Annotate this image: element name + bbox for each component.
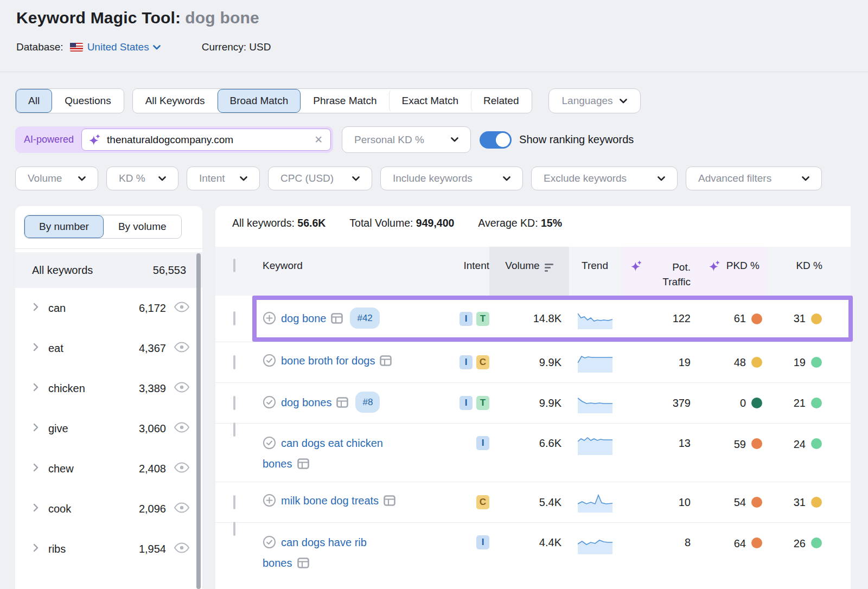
plus-circle-icon[interactable] bbox=[263, 311, 276, 330]
personal-kd-dropdown[interactable]: Personal KD % bbox=[342, 126, 471, 153]
sidebar-all-keywords[interactable]: All keywords 56,553 bbox=[15, 252, 202, 288]
chevron-right-icon[interactable] bbox=[33, 463, 39, 475]
row-checkbox[interactable] bbox=[233, 422, 235, 437]
eye-icon[interactable] bbox=[174, 462, 190, 475]
sidebar-item-give[interactable]: give3,060 bbox=[15, 408, 202, 449]
currency-text: Currency: USD bbox=[202, 41, 271, 53]
tab-broad-match[interactable]: Broad Match bbox=[218, 89, 301, 113]
col-pkd: PKD % bbox=[694, 247, 767, 296]
kd-value: 31 bbox=[794, 496, 806, 509]
chevron-right-icon[interactable] bbox=[33, 543, 39, 555]
row-checkbox[interactable] bbox=[233, 396, 235, 410]
chevron-right-icon[interactable] bbox=[33, 422, 39, 434]
filter-cpc[interactable]: CPC (USD) bbox=[268, 167, 372, 190]
filter-kd[interactable]: KD % bbox=[106, 167, 178, 190]
serp-features-icon[interactable] bbox=[380, 354, 392, 372]
eye-icon[interactable] bbox=[174, 302, 190, 315]
all-keywords-label: All keywords bbox=[32, 264, 93, 277]
filter-volume[interactable]: Volume bbox=[15, 167, 98, 190]
serp-features-icon[interactable] bbox=[384, 494, 395, 511]
eye-icon[interactable] bbox=[174, 542, 190, 555]
check-circle-icon[interactable] bbox=[263, 354, 276, 373]
personal-kd-label: Personal KD % bbox=[354, 134, 424, 146]
serp-features-icon[interactable] bbox=[297, 457, 309, 475]
eye-icon[interactable] bbox=[174, 502, 190, 515]
check-circle-icon[interactable] bbox=[263, 535, 276, 554]
clear-input-icon[interactable]: ✕ bbox=[313, 133, 324, 146]
sidebar-item-cook[interactable]: cook2,096 bbox=[15, 489, 202, 529]
sidebar-scrollbar[interactable] bbox=[196, 253, 201, 589]
table-row[interactable]: can dogs eat chickenbones I 6.6K 13 59 2… bbox=[215, 424, 851, 482]
keyword-link[interactable]: milk bone dog treats bbox=[281, 495, 379, 507]
filter-include-label: Include keywords bbox=[393, 172, 473, 184]
table-row[interactable]: milk bone dog treats C 5.4K 10 54 31 bbox=[215, 482, 851, 523]
sidebar-item-can[interactable]: can6,172 bbox=[15, 288, 202, 328]
keyword-link[interactable]: dog bones bbox=[281, 396, 331, 408]
tab-all-keywords[interactable]: All Keywords bbox=[133, 89, 218, 113]
eye-icon[interactable] bbox=[174, 382, 190, 395]
keyword-line2: bones bbox=[263, 557, 292, 569]
chevron-right-icon[interactable] bbox=[33, 503, 39, 515]
pkd-value: 54 bbox=[734, 496, 746, 509]
tab-exact-match[interactable]: Exact Match bbox=[389, 89, 471, 113]
show-ranking-keywords-toggle[interactable] bbox=[480, 131, 512, 149]
eye-icon[interactable] bbox=[174, 422, 190, 435]
table-row[interactable]: can dogs have ribbones I 4.4K 8 64 26 bbox=[215, 523, 851, 589]
table-row[interactable]: dog bone#42 IT 14.8K 122 61 31 bbox=[215, 296, 851, 342]
filter-include-keywords[interactable]: Include keywords bbox=[380, 167, 523, 190]
filter-exclude-keywords[interactable]: Exclude keywords bbox=[531, 167, 678, 190]
sidebar-item-ribs[interactable]: ribs1,954 bbox=[15, 529, 202, 569]
domain-input[interactable] bbox=[107, 134, 313, 146]
plus-circle-icon[interactable] bbox=[263, 494, 276, 513]
ai-search-row: AI-powered ✕ Personal KD % Show ranking … bbox=[15, 126, 634, 153]
sidebar-item-chew[interactable]: chew2,408 bbox=[15, 449, 202, 489]
chevron-right-icon[interactable] bbox=[33, 342, 39, 354]
kd-value: 26 bbox=[794, 537, 806, 550]
page-header: Keyword Magic Tool:dog bone Database: Un… bbox=[0, 0, 868, 72]
tab-all[interactable]: All bbox=[16, 89, 52, 113]
intent-badge-transactional: T bbox=[476, 312, 489, 326]
filter-advanced[interactable]: Advanced filters bbox=[686, 167, 822, 190]
summary-stats: All keywords: 56.6K Total Volume: 949,40… bbox=[232, 217, 586, 229]
chevron-right-icon[interactable] bbox=[33, 302, 39, 314]
serp-features-icon[interactable] bbox=[297, 556, 309, 574]
check-circle-icon[interactable] bbox=[263, 395, 276, 414]
kd-value: 19 bbox=[794, 356, 806, 369]
kd-dot bbox=[811, 313, 822, 324]
intent-badge-commercial: C bbox=[476, 355, 489, 369]
row-checkbox[interactable] bbox=[233, 311, 235, 325]
keyword-link[interactable]: can dogs have ribbones bbox=[263, 536, 367, 569]
pkd-value: 59 bbox=[734, 438, 746, 451]
filter-intent[interactable]: Intent bbox=[187, 167, 260, 190]
pot-traffic-value: 379 bbox=[621, 397, 694, 409]
tab-phrase-match[interactable]: Phrase Match bbox=[301, 89, 389, 113]
sidebar-item-eat[interactable]: eat4,367 bbox=[15, 328, 202, 368]
check-circle-icon[interactable] bbox=[263, 436, 276, 455]
stat-all-keywords-label: All keywords: bbox=[232, 217, 295, 229]
ranking-position-badge: #42 bbox=[350, 308, 379, 329]
keyword-link[interactable]: can dogs eat chickenbones bbox=[263, 437, 383, 470]
table-row[interactable]: dog bones#8 IT 9.9K 379 0 21 bbox=[215, 383, 851, 424]
database-selector[interactable]: United States bbox=[87, 41, 161, 53]
tab-by-volume[interactable]: By volume bbox=[104, 215, 181, 238]
tab-related[interactable]: Related bbox=[471, 89, 532, 113]
tab-by-number[interactable]: By number bbox=[24, 215, 104, 238]
keyword-link[interactable]: dog bone bbox=[281, 312, 326, 324]
languages-dropdown[interactable]: Languages bbox=[548, 88, 641, 113]
domain-input-box[interactable]: ✕ bbox=[81, 129, 331, 151]
col-volume[interactable]: Volume bbox=[489, 247, 569, 296]
row-checkbox[interactable] bbox=[233, 522, 235, 536]
row-checkbox[interactable] bbox=[233, 355, 235, 369]
tab-group-match-types: All Keywords Broad Match Phrase Match Ex… bbox=[132, 88, 532, 113]
chevron-right-icon[interactable] bbox=[33, 382, 39, 394]
keyword-link[interactable]: bone broth for dogs bbox=[281, 355, 375, 367]
table-row[interactable]: bone broth for dogs IC 9.9K 19 48 19 bbox=[215, 342, 851, 383]
keyword-line2: bones bbox=[263, 458, 292, 470]
serp-features-icon[interactable] bbox=[336, 395, 348, 413]
select-all-checkbox[interactable] bbox=[233, 259, 235, 272]
row-checkbox[interactable] bbox=[233, 495, 235, 509]
serp-features-icon[interactable] bbox=[331, 311, 343, 329]
sidebar-item-chicken[interactable]: chicken3,389 bbox=[15, 368, 202, 408]
eye-icon[interactable] bbox=[174, 342, 190, 355]
tab-questions[interactable]: Questions bbox=[52, 89, 124, 113]
